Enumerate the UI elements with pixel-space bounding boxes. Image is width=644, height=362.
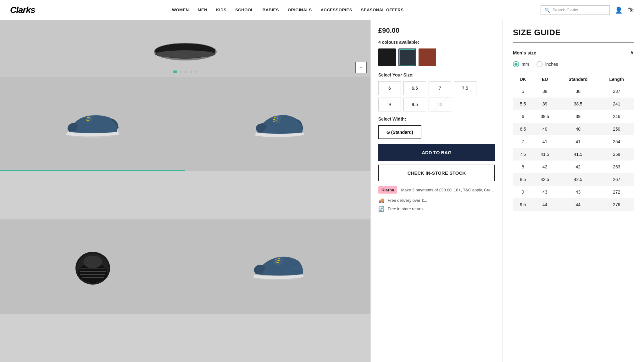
- carousel-dot-3[interactable]: [185, 71, 187, 73]
- carousel-dot-1[interactable]: [173, 71, 177, 73]
- nav-seasonal[interactable]: SEASONAL OFFERS: [361, 8, 404, 12]
- size-guide-title: SIZE GUIDE: [513, 28, 634, 37]
- swatch-black[interactable]: [378, 48, 396, 66]
- size-9[interactable]: 9: [378, 98, 401, 111]
- shoe-side-view-svg: [61, 107, 124, 141]
- cell-uk: 6.5: [513, 123, 533, 135]
- swatch-navy[interactable]: [398, 48, 416, 66]
- cell-eu: 44: [533, 198, 557, 211]
- inches-radio[interactable]: [536, 61, 543, 67]
- mens-size-label: Men's size: [513, 50, 536, 55]
- bag-icon[interactable]: 🛍: [628, 6, 634, 14]
- clarks-logo[interactable]: Clarks: [10, 5, 35, 15]
- inches-label: inches: [545, 62, 558, 67]
- cell-uk: 5: [513, 85, 533, 98]
- size-9-5[interactable]: 9.5: [403, 98, 426, 111]
- size-7-5[interactable]: 7.5: [454, 81, 476, 95]
- nav-links: WOMEN MEN KIDS SCHOOL BABIES ORIGINALS A…: [172, 8, 404, 12]
- table-row: 53838237: [513, 85, 634, 98]
- page-layout: +: [0, 20, 644, 362]
- cell-length: 263: [599, 161, 634, 173]
- cell-eu: 40: [533, 123, 557, 135]
- cell-standard: 41: [557, 135, 599, 148]
- cell-uk: 7.5: [513, 148, 533, 161]
- table-row: 639.539246: [513, 110, 634, 123]
- product-image-front-right: [185, 77, 370, 171]
- cell-eu: 41: [533, 135, 557, 148]
- table-row: 74141254: [513, 135, 634, 148]
- inches-unit-option[interactable]: inches: [536, 61, 558, 67]
- nav-school[interactable]: SCHOOL: [235, 8, 254, 12]
- product-details-panel: £90.00 4 colours available: Select Your …: [370, 20, 502, 362]
- mm-radio[interactable]: [513, 61, 519, 67]
- cell-uk: 9.5: [513, 198, 533, 211]
- table-row: 6.54040250: [513, 123, 634, 135]
- check-stock-button[interactable]: CHECK IN-STORE STOCK: [378, 165, 495, 181]
- size-6[interactable]: 6: [378, 81, 401, 95]
- col-eu: EU: [533, 74, 557, 85]
- cell-standard: 42.5: [557, 173, 599, 186]
- cell-length: 272: [599, 186, 634, 198]
- account-icon[interactable]: 👤: [615, 6, 623, 14]
- cell-length: 267: [599, 173, 634, 186]
- table-row: 84242263: [513, 161, 634, 173]
- carousel-dot-2[interactable]: [180, 71, 182, 73]
- search-icon: 🔍: [545, 8, 550, 13]
- size-6-5[interactable]: 6.5: [403, 81, 426, 95]
- size-13[interactable]: 13: [429, 98, 451, 111]
- col-length: Length: [599, 74, 634, 85]
- product-image-angled: CLARKS: [185, 219, 370, 314]
- hero-shoe-image: [147, 33, 223, 64]
- cell-eu: 42: [533, 161, 557, 173]
- navigation: Clarks WOMEN MEN KIDS SCHOOL BABIES ORIG…: [0, 0, 644, 20]
- swatch-rust[interactable]: [419, 48, 436, 66]
- nav-men[interactable]: MEN: [198, 8, 207, 12]
- colour-swatches: [378, 48, 495, 66]
- mm-radio-inner: [514, 63, 518, 66]
- svg-point-14: [83, 256, 102, 268]
- section-chevron-icon[interactable]: ∧: [630, 49, 634, 56]
- cell-eu: 38: [533, 85, 557, 98]
- delivery-row-1: 🚚 Free delivery over £...: [378, 197, 495, 203]
- carousel-dot-4[interactable]: [190, 71, 192, 73]
- search-input[interactable]: [552, 8, 606, 12]
- cell-eu: 39.5: [533, 110, 557, 123]
- size-table-body: 538382375.53938.5241639.5392466.54040250…: [513, 85, 634, 211]
- size-7[interactable]: 7: [429, 81, 451, 95]
- search-bar[interactable]: 🔍: [541, 5, 610, 15]
- width-standard-button[interactable]: G (Standard): [378, 125, 421, 139]
- cell-eu: 39: [533, 98, 557, 110]
- cell-length: 241: [599, 98, 634, 110]
- cell-standard: 38.5: [557, 98, 599, 110]
- cell-standard: 43: [557, 186, 599, 198]
- add-to-bag-button[interactable]: ADD TO BAG: [378, 144, 495, 161]
- carousel-dot-5[interactable]: [195, 71, 197, 73]
- table-row: 8.542.542.5267: [513, 173, 634, 186]
- colours-label: 4 colours available:: [378, 40, 495, 45]
- product-images-area: +: [0, 20, 370, 362]
- delivery-text-1: Free delivery over £...: [388, 198, 427, 203]
- zoom-button[interactable]: +: [355, 62, 367, 73]
- carousel-dots: [173, 71, 197, 73]
- cell-standard: 41.5: [557, 148, 599, 161]
- cell-length: 246: [599, 110, 634, 123]
- delivery-truck-icon: 🚚: [378, 197, 385, 203]
- table-row: 5.53938.5241: [513, 98, 634, 110]
- delivery-text-2: Free in-store return...: [388, 206, 426, 211]
- mm-unit-option[interactable]: mm: [513, 61, 529, 67]
- nav-kids[interactable]: KIDS: [216, 8, 226, 12]
- nav-accessories[interactable]: ACCESSORIES: [321, 8, 352, 12]
- table-row: 94343272: [513, 186, 634, 198]
- nav-originals[interactable]: ORIGINALS: [288, 8, 312, 12]
- table-header-row: UK EU Standard Length: [513, 74, 634, 85]
- nav-right: 🔍 👤 🛍: [541, 5, 634, 15]
- mm-label: mm: [522, 62, 529, 67]
- nav-babies[interactable]: BABIES: [263, 8, 279, 12]
- cell-eu: 42.5: [533, 173, 557, 186]
- nav-women[interactable]: WOMEN: [172, 8, 189, 12]
- table-row: 7.541.541.5258: [513, 148, 634, 161]
- size-guide-panel: SIZE GUIDE Men's size ∧ mm inches UK: [502, 20, 644, 362]
- shoe-sole-svg: [68, 248, 118, 286]
- cell-uk: 8: [513, 161, 533, 173]
- klarna-row: Klarna Make 3 payments of £30.00. 18+, T…: [378, 186, 495, 194]
